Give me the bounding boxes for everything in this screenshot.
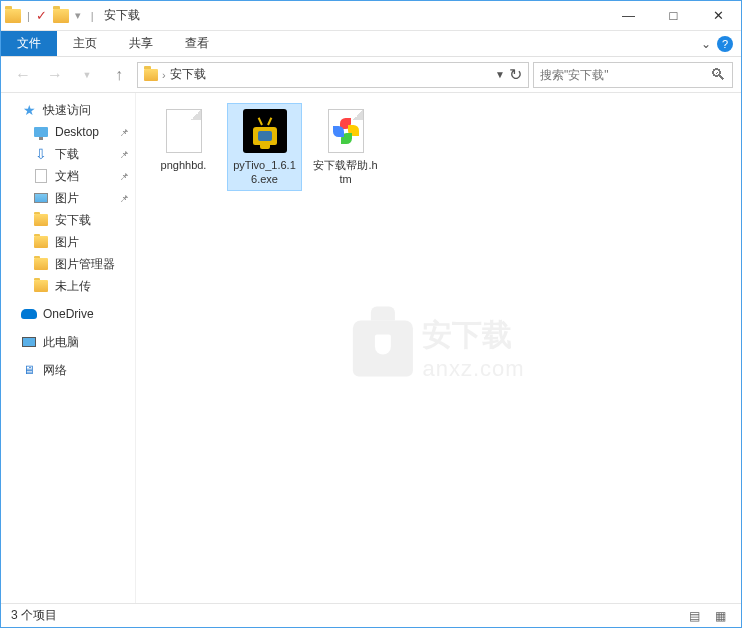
- details-view-button[interactable]: ▤: [683, 606, 705, 626]
- breadcrumb-item[interactable]: 安下载: [170, 66, 206, 83]
- qat-separator: ▾: [75, 9, 81, 22]
- qat-icons: | ✓ ▾ |: [1, 8, 98, 23]
- sidebar-label: 图片: [55, 190, 79, 207]
- forward-button[interactable]: →: [41, 61, 69, 89]
- sidebar-label: 文档: [55, 168, 79, 185]
- search-input[interactable]: [540, 68, 710, 82]
- sidebar-item-documents[interactable]: 文档 📌︎: [1, 165, 135, 187]
- sidebar-label: 未上传: [55, 278, 91, 295]
- window-title: 安下载: [104, 7, 140, 24]
- refresh-icon[interactable]: ↻: [509, 65, 522, 84]
- address-dropdown-icon[interactable]: ▼: [495, 69, 505, 80]
- status-bar: 3 个项目 ▤ ▦: [1, 603, 741, 627]
- tab-home[interactable]: 主页: [57, 31, 113, 56]
- sidebar-item-folder[interactable]: 安下载: [1, 209, 135, 231]
- network-icon: 🖥︎: [21, 362, 37, 378]
- sidebar-label: Desktop: [55, 125, 99, 139]
- watermark-text: 安下载: [422, 315, 524, 356]
- navigation-pane: ★ 快速访问 Desktop 📌︎ ⇩ 下载 📌︎ 文档 📌︎ 图片: [1, 93, 136, 603]
- download-icon: ⇩: [35, 146, 47, 162]
- folder-icon: [34, 236, 48, 248]
- navigation-bar: ← → ▼ ↑ › 安下载 ▼ ↻ 🔍︎: [1, 57, 741, 93]
- file-name: 安下载帮助.htm: [312, 158, 379, 187]
- sidebar-label: 快速访问: [43, 102, 91, 119]
- tab-view[interactable]: 查看: [169, 31, 225, 56]
- sidebar-item-folder[interactable]: 图片管理器: [1, 253, 135, 275]
- sidebar-label: 图片管理器: [55, 256, 115, 273]
- sidebar-item-pictures[interactable]: 图片 📌︎: [1, 187, 135, 209]
- title-bar: | ✓ ▾ | 安下载 — □ ✕: [1, 1, 741, 31]
- folder-icon: [34, 214, 48, 226]
- check-icon[interactable]: ✓: [36, 8, 47, 23]
- icons-view-button[interactable]: ▦: [709, 606, 731, 626]
- file-thumbnail: [241, 107, 289, 155]
- file-item[interactable]: pyTivo_1.6.16.exe: [227, 103, 302, 191]
- star-icon: ★: [23, 102, 36, 118]
- address-controls: ▼ ↻: [495, 65, 522, 84]
- recent-dropdown[interactable]: ▼: [73, 61, 101, 89]
- pin-icon: 📌︎: [119, 149, 129, 160]
- help-icon[interactable]: ?: [717, 36, 733, 52]
- sidebar-network[interactable]: 🖥︎ 网络: [1, 359, 135, 381]
- sidebar-label: 图片: [55, 234, 79, 251]
- sidebar-onedrive[interactable]: OneDrive: [1, 303, 135, 325]
- folder-icon: [5, 9, 21, 23]
- sidebar-item-folder[interactable]: 图片: [1, 231, 135, 253]
- back-button[interactable]: ←: [9, 61, 37, 89]
- sidebar-item-desktop[interactable]: Desktop 📌︎: [1, 121, 135, 143]
- expand-ribbon-icon[interactable]: ⌄: [701, 37, 711, 51]
- folder-icon: [144, 69, 158, 81]
- sidebar-label: OneDrive: [43, 307, 94, 321]
- pin-icon: 📌︎: [119, 171, 129, 182]
- sidebar-item-downloads[interactable]: ⇩ 下载 📌︎: [1, 143, 135, 165]
- sidebar-label: 安下载: [55, 212, 91, 229]
- watermark: 安下载 anxz.com: [352, 315, 524, 382]
- file-name: pnghhbd.: [161, 158, 207, 172]
- up-button[interactable]: ↑: [105, 61, 133, 89]
- tab-file[interactable]: 文件: [1, 31, 57, 56]
- file-item[interactable]: pnghhbd.: [146, 103, 221, 176]
- sidebar-item-folder[interactable]: 未上传: [1, 275, 135, 297]
- folder-icon: [34, 280, 48, 292]
- sidebar-this-pc[interactable]: 此电脑: [1, 331, 135, 353]
- pc-icon: [22, 337, 36, 347]
- watermark-url: anxz.com: [422, 356, 524, 382]
- htm-icon: [328, 109, 364, 153]
- pin-icon: 📌︎: [119, 193, 129, 204]
- file-name: pyTivo_1.6.16.exe: [231, 158, 298, 187]
- desktop-icon: [34, 127, 48, 137]
- window-controls: — □ ✕: [606, 1, 741, 30]
- search-icon[interactable]: 🔍︎: [710, 66, 726, 84]
- ribbon-collapse: ⌄ ?: [693, 31, 741, 56]
- breadcrumb-separator: ›: [162, 69, 166, 81]
- onedrive-icon: [21, 309, 37, 319]
- search-box[interactable]: 🔍︎: [533, 62, 733, 88]
- content-area: ★ 快速访问 Desktop 📌︎ ⇩ 下载 📌︎ 文档 📌︎ 图片: [1, 93, 741, 603]
- address-bar[interactable]: › 安下载 ▼ ↻: [137, 62, 529, 88]
- document-icon: [35, 169, 47, 183]
- file-list[interactable]: pnghhbd. pyTivo_1.6.16.exe: [136, 93, 741, 603]
- sidebar-label: 网络: [43, 362, 67, 379]
- maximize-button[interactable]: □: [651, 1, 696, 30]
- minimize-button[interactable]: —: [606, 1, 651, 30]
- close-button[interactable]: ✕: [696, 1, 741, 30]
- exe-icon: [243, 109, 287, 153]
- sidebar-label: 下载: [55, 146, 79, 163]
- item-count: 3 个项目: [11, 607, 57, 624]
- file-item[interactable]: 安下载帮助.htm: [308, 103, 383, 191]
- qat-separator: |: [27, 10, 30, 22]
- sidebar-quick-access[interactable]: ★ 快速访问: [1, 99, 135, 121]
- qat-separator: |: [91, 10, 94, 22]
- sidebar-label: 此电脑: [43, 334, 79, 351]
- ribbon-tabs: 文件 主页 共享 查看 ⌄ ?: [1, 31, 741, 57]
- file-thumbnail: [322, 107, 370, 155]
- pin-icon: 📌︎: [119, 127, 129, 138]
- file-thumbnail: [160, 107, 208, 155]
- folder-icon: [53, 9, 69, 23]
- blank-file-icon: [166, 109, 202, 153]
- folder-icon: [34, 258, 48, 270]
- tab-share[interactable]: 共享: [113, 31, 169, 56]
- picture-icon: [34, 193, 48, 203]
- view-switcher: ▤ ▦: [683, 606, 731, 626]
